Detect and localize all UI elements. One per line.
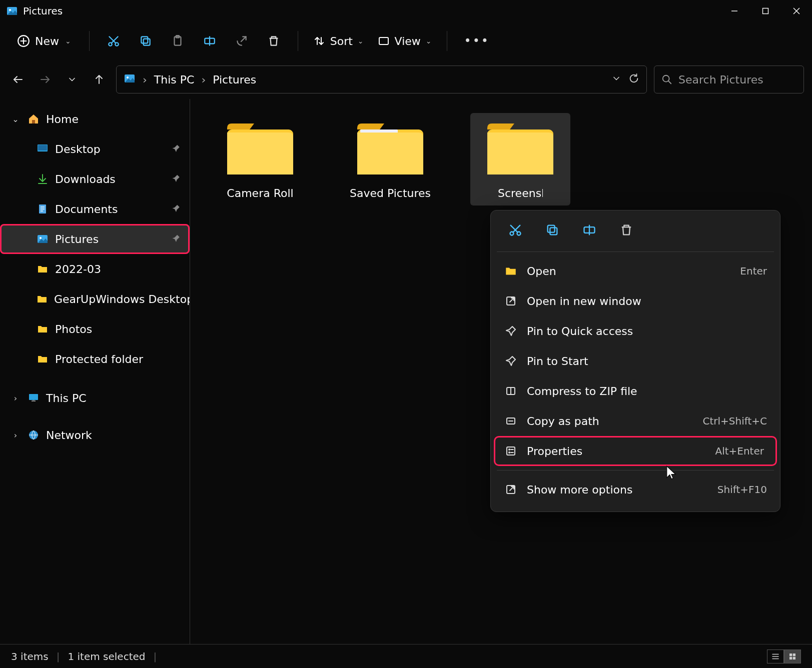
svg-point-62 <box>509 449 510 450</box>
copy-icon[interactable] <box>132 27 160 55</box>
sidebar-item-label: 2022-03 <box>55 263 101 276</box>
context-properties[interactable]: Properties Alt+Enter <box>494 436 777 466</box>
sidebar-item-photos[interactable]: Photos <box>0 314 190 344</box>
copy-icon[interactable] <box>542 220 563 240</box>
sidebar-item-desktop[interactable]: Desktop <box>0 134 190 164</box>
open-external-icon <box>504 294 518 308</box>
computer-icon <box>27 392 40 404</box>
status-selected-count: 1 item selected <box>68 650 145 662</box>
context-icon-row <box>491 218 780 248</box>
context-copy-path[interactable]: Copy as path Ctrl+Shift+C <box>491 406 780 436</box>
breadcrumb-arrow-icon: › <box>201 74 206 86</box>
pictures-icon <box>124 72 136 87</box>
context-compress-zip[interactable]: Compress to ZIP file <box>491 376 780 406</box>
context-item-label: Open in new window <box>527 295 641 308</box>
svg-rect-71 <box>793 654 795 656</box>
sort-button[interactable]: Sort ⌄ <box>308 35 369 48</box>
address-dropdown-icon[interactable] <box>611 74 621 86</box>
context-open-new-window[interactable]: Open in new window <box>491 286 780 316</box>
pin-icon <box>172 173 181 186</box>
sidebar-item-network[interactable]: › Network <box>0 420 190 450</box>
rename-icon[interactable] <box>579 220 600 240</box>
chevron-right-icon[interactable]: › <box>10 430 21 440</box>
cut-icon[interactable] <box>100 27 128 55</box>
more-button[interactable]: ••• <box>457 34 497 48</box>
context-show-more[interactable]: Show more options Shift+F10 <box>491 474 780 504</box>
svg-line-29 <box>668 81 671 84</box>
search-input[interactable]: Search Pictures <box>654 66 804 94</box>
address-bar[interactable]: › This PC › Pictures <box>116 66 647 94</box>
breadcrumb-seg-0[interactable]: This PC <box>154 74 195 86</box>
minimize-button[interactable] <box>719 0 750 22</box>
view-button[interactable]: View ⌄ <box>373 35 437 48</box>
folder-label: Camera Roll <box>227 187 293 200</box>
sidebar-item-protected[interactable]: Protected folder <box>0 344 190 374</box>
downloads-icon <box>36 172 49 186</box>
sidebar-item-pictures[interactable]: Pictures <box>0 224 190 254</box>
back-button[interactable] <box>8 70 28 90</box>
sidebar-item-home[interactable]: ⌄ Home <box>0 104 190 134</box>
icons-view-button[interactable] <box>784 650 801 664</box>
chevron-right-icon[interactable]: › <box>10 394 21 403</box>
more-icon <box>504 482 518 496</box>
chevron-down-icon: ⌄ <box>426 37 432 45</box>
context-divider <box>497 252 774 252</box>
folder-label: Screenshots <box>498 187 543 200</box>
sidebar-item-2022-03[interactable]: 2022-03 <box>0 254 190 284</box>
svg-point-1 <box>9 9 11 11</box>
properties-icon <box>504 444 518 458</box>
pictures-icon <box>36 232 49 246</box>
svg-rect-32 <box>38 145 47 150</box>
cut-icon[interactable] <box>505 220 526 240</box>
sort-label: Sort <box>330 35 353 48</box>
context-shortcut: Enter <box>740 265 767 277</box>
context-pin-quick-access[interactable]: Pin to Quick access <box>491 316 780 346</box>
nav-row: › This PC › Pictures Search Pictures <box>0 60 812 99</box>
svg-rect-54 <box>548 226 555 232</box>
svg-rect-41 <box>29 394 38 400</box>
context-menu: Open Enter Open in new window Pin to Qui… <box>490 210 780 512</box>
sidebar-item-thispc[interactable]: › This PC <box>0 383 190 413</box>
new-button[interactable]: New ⌄ <box>9 30 79 52</box>
maximize-button[interactable] <box>750 0 781 22</box>
delete-icon[interactable] <box>260 27 288 55</box>
sidebar-item-documents[interactable]: Documents <box>0 194 190 224</box>
folder-screenshots[interactable]: Screenshots <box>470 113 570 206</box>
svg-point-27 <box>127 76 129 78</box>
delete-icon[interactable] <box>616 220 637 240</box>
folder-camera-roll[interactable]: Camera Roll <box>210 113 310 206</box>
details-view-button[interactable] <box>767 650 784 664</box>
svg-rect-70 <box>789 654 792 656</box>
status-divider: | <box>57 650 60 662</box>
forward-button[interactable] <box>35 70 55 90</box>
context-open[interactable]: Open Enter <box>491 256 780 286</box>
status-divider: | <box>154 650 157 662</box>
svg-rect-72 <box>789 656 792 659</box>
refresh-icon[interactable] <box>628 73 639 86</box>
context-pin-start[interactable]: Pin to Start <box>491 346 780 376</box>
new-button-label: New <box>35 35 59 48</box>
context-item-label: Pin to Start <box>527 355 588 368</box>
sidebar-item-gearupwindows[interactable]: GearUpWindows Desktop <box>0 284 190 314</box>
rename-icon[interactable] <box>196 27 224 55</box>
pin-icon <box>504 354 518 368</box>
folder-saved-pictures[interactable]: Saved Pictures <box>340 113 440 206</box>
sidebar-item-label: Home <box>46 113 79 126</box>
sidebar: ⌄ Home Desktop Downloads <box>0 99 190 644</box>
sidebar-item-label: Desktop <box>55 143 101 156</box>
close-button[interactable] <box>781 0 812 22</box>
history-button[interactable] <box>62 70 82 90</box>
svg-rect-61 <box>507 447 515 455</box>
folder-icon <box>483 119 558 179</box>
chevron-down-icon[interactable]: ⌄ <box>10 114 21 124</box>
sidebar-item-downloads[interactable]: Downloads <box>0 164 190 194</box>
path-icon <box>504 414 518 428</box>
context-divider <box>497 470 774 470</box>
up-button[interactable] <box>89 70 109 90</box>
paste-icon[interactable] <box>164 27 192 55</box>
pin-icon <box>172 233 181 246</box>
svg-rect-22 <box>379 38 388 44</box>
svg-rect-13 <box>143 39 150 46</box>
breadcrumb-seg-1[interactable]: Pictures <box>213 74 256 86</box>
share-icon[interactable] <box>228 27 256 55</box>
